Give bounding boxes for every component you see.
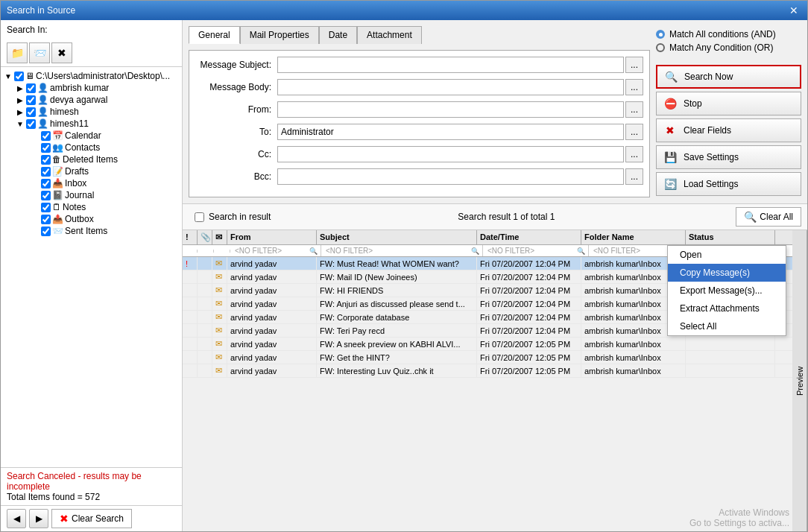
- tree-folder-calendar[interactable]: 📅 Calendar: [4, 130, 179, 142]
- col-header-date[interactable]: Date/Time: [477, 230, 581, 244]
- tree-folder-inbox[interactable]: 📥 Inbox: [4, 177, 179, 189]
- filter-cell-date[interactable]: <NO FILTER> 🔍: [485, 245, 589, 256]
- col-header-from[interactable]: From: [227, 230, 317, 244]
- tree-container[interactable]: ▼ 🖥 C:\Users\administrator\Desktop\... ▶…: [1, 67, 182, 468]
- to-input[interactable]: [277, 124, 624, 140]
- outbox-checkbox[interactable]: [41, 215, 51, 224]
- filter-date-icon[interactable]: 🔍: [577, 247, 585, 255]
- clear-fields-button[interactable]: ✖ Clear Fields: [656, 118, 801, 142]
- grid-row[interactable]: ✉ arvind yadav FW: A sneek preview on KA…: [183, 338, 807, 351]
- save-settings-button[interactable]: 💾 Save Settings: [656, 145, 801, 169]
- filter-cell-from[interactable]: <NO FILTER> 🔍: [232, 245, 321, 256]
- tree-folder-contacts[interactable]: 👥 Contacts: [4, 142, 179, 153]
- cc-input[interactable]: [277, 146, 624, 162]
- devya-expand-icon[interactable]: ▶: [16, 96, 25, 104]
- message-subject-browse[interactable]: ...: [625, 57, 643, 73]
- search-in-result-checkbox[interactable]: [195, 212, 204, 222]
- add-source-button[interactable]: 📁: [7, 42, 28, 63]
- tree-folder-deleted[interactable]: 🗑 Deleted Items: [4, 153, 179, 165]
- filter-from-icon[interactable]: 🔍: [309, 247, 318, 255]
- message-subject-label: Message Subject:: [195, 60, 277, 70]
- col-header-folder[interactable]: Folder Name: [581, 230, 686, 244]
- message-subject-input[interactable]: [277, 57, 624, 73]
- message-body-row: Message Body: ...: [195, 79, 643, 95]
- col-header-attachment[interactable]: 📎: [198, 230, 212, 244]
- outbox-label: Outbox: [65, 214, 94, 224]
- load-settings-button[interactable]: 🔄 Load Settings: [656, 172, 801, 196]
- grid-row[interactable]: ✉ arvind yadav FW: Interesting Luv Quiz.…: [183, 364, 807, 378]
- match-all-radio[interactable]: [656, 30, 665, 39]
- filter-cell-subject[interactable]: <NO FILTER> 🔍: [323, 245, 483, 256]
- tree-user-himesh11[interactable]: ▼ 👤 himesh11: [4, 118, 179, 130]
- tree-folder-journal[interactable]: 📓 Journal: [4, 189, 179, 201]
- tree-user-ambrish[interactable]: ▶ 👤 ambrish kumar: [4, 82, 179, 94]
- inbox-checkbox[interactable]: [41, 179, 51, 189]
- sent-checkbox[interactable]: [41, 227, 51, 236]
- himesh11-checkbox[interactable]: [26, 119, 36, 129]
- devya-label: devya agarwal: [50, 95, 107, 105]
- tree-folder-sent[interactable]: 📨 Sent Items: [4, 225, 179, 237]
- tree-folder-drafts[interactable]: 📝 Drafts: [4, 165, 179, 177]
- ambrish-checkbox[interactable]: [26, 83, 36, 93]
- message-body-input[interactable]: [277, 79, 624, 95]
- tab-attachment[interactable]: Attachment: [357, 26, 422, 44]
- context-menu-item-select-all[interactable]: Select All: [668, 317, 786, 335]
- context-menu-item-open[interactable]: Open: [668, 246, 786, 264]
- root-expand-icon[interactable]: ▼: [4, 72, 13, 80]
- grid-row[interactable]: ✉ arvind yadav FW: Get the HINT? Fri 07/…: [183, 351, 807, 364]
- bcc-input[interactable]: [277, 168, 624, 185]
- deleted-checkbox[interactable]: [41, 155, 51, 165]
- message-body-browse[interactable]: ...: [625, 79, 643, 95]
- cell-subject-3: FW: HI FRIENDS: [317, 284, 477, 297]
- calendar-checkbox[interactable]: [41, 131, 51, 141]
- cell-attach-9: [198, 364, 212, 377]
- tab-general[interactable]: General: [189, 26, 240, 44]
- search-now-button[interactable]: 🔍 Search Now: [656, 65, 801, 89]
- to-browse[interactable]: ...: [625, 124, 643, 140]
- tab-date[interactable]: Date: [319, 26, 357, 44]
- prev-button[interactable]: ◀: [7, 509, 26, 528]
- tree-user-devya[interactable]: ▶ 👤 devya agarwal: [4, 94, 179, 106]
- clear-all-button[interactable]: 🔍 Clear All: [736, 207, 801, 227]
- close-button[interactable]: ✕: [786, 4, 801, 16]
- notes-checkbox[interactable]: [41, 203, 51, 212]
- match-any-radio[interactable]: [656, 43, 665, 52]
- filter-subject-icon[interactable]: 🔍: [471, 247, 479, 255]
- remove-source-button[interactable]: ✖: [51, 42, 72, 63]
- col-header-status[interactable]: Status: [686, 230, 775, 244]
- col-header-subject[interactable]: Subject: [317, 230, 477, 244]
- context-menu-item-copy[interactable]: Copy Message(s): [668, 264, 786, 282]
- tree-root[interactable]: ▼ 🖥 C:\Users\administrator\Desktop\...: [4, 70, 179, 82]
- cell-status-7: [686, 338, 775, 350]
- contacts-checkbox[interactable]: [41, 143, 51, 153]
- ambrish-expand-icon[interactable]: ▶: [16, 84, 25, 92]
- clear-search-button[interactable]: ✖ Clear Search: [51, 509, 132, 528]
- himesh-checkbox[interactable]: [26, 107, 36, 117]
- cell-type-3: ✉: [212, 284, 227, 297]
- drafts-checkbox[interactable]: [41, 167, 51, 177]
- from-input[interactable]: [277, 101, 624, 118]
- next-button[interactable]: ▶: [29, 509, 48, 528]
- tree-user-himesh[interactable]: ▶ 👤 himesh: [4, 106, 179, 118]
- himesh11-expand-icon[interactable]: ▼: [16, 120, 25, 128]
- preview-tab[interactable]: Preview: [792, 230, 807, 531]
- cc-browse[interactable]: ...: [625, 146, 643, 162]
- journal-checkbox[interactable]: [41, 191, 51, 200]
- devya-checkbox[interactable]: [26, 95, 36, 105]
- col-header-type[interactable]: ✉: [212, 230, 227, 244]
- col-header-flag[interactable]: !: [183, 230, 198, 244]
- root-checkbox[interactable]: [14, 72, 24, 81]
- tree-folder-notes[interactable]: 🗒 Notes: [4, 201, 179, 213]
- bcc-browse[interactable]: ...: [625, 168, 643, 185]
- match-any-option[interactable]: Match Any Condition (OR): [656, 42, 801, 53]
- context-menu-item-export[interactable]: Export Message(s)...: [668, 282, 786, 300]
- match-all-option[interactable]: Match All conditions (AND): [656, 29, 801, 39]
- stop-button[interactable]: ⛔ Stop: [656, 92, 801, 115]
- himesh11-user-icon: 👤: [37, 118, 48, 129]
- tab-mail-properties[interactable]: Mail Properties: [240, 26, 319, 44]
- add-outlook-button[interactable]: 📨: [29, 42, 50, 63]
- tree-folder-outbox[interactable]: 📤 Outbox: [4, 213, 179, 225]
- from-browse[interactable]: ...: [625, 101, 643, 118]
- himesh-expand-icon[interactable]: ▶: [16, 108, 25, 116]
- context-menu-item-extract[interactable]: Extract Attachments: [668, 300, 786, 317]
